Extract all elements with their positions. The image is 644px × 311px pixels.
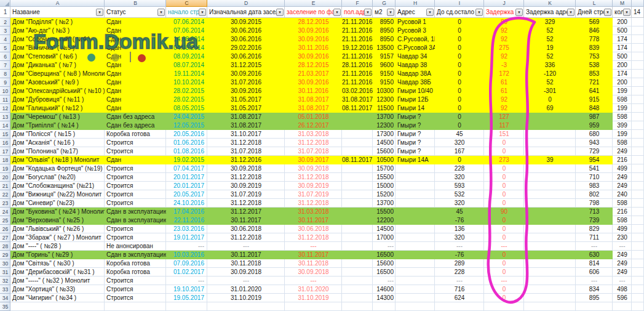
cell-E10[interactable]: 30.11.2016 (285, 87, 342, 95)
cell-J16[interactable]: 0 (484, 139, 524, 147)
cell-G3[interactable]: 8950 (373, 26, 396, 35)
cell-J14[interactable]: 117 (484, 121, 524, 130)
cell-G29[interactable]: 16500 (373, 251, 396, 259)
cell-C24[interactable]: 17.04.2016 (166, 208, 207, 216)
cell-M18[interactable]: 216 (613, 156, 632, 164)
column-letter-H[interactable]: H (396, 0, 435, 7)
cell-L10[interactable]: 641 (576, 87, 613, 95)
cell-K13[interactable] (524, 113, 576, 121)
cell-C31[interactable]: 01.02.2017 (166, 268, 207, 277)
cell-B11[interactable]: Сдан (105, 95, 166, 104)
cell-H34[interactable] (396, 294, 435, 302)
cell-C27[interactable]: 19.01.2017 (166, 233, 207, 242)
cell-J30[interactable]: 0 (484, 259, 524, 268)
cell-M21[interactable]: 249 (613, 182, 632, 190)
cell-H4[interactable]: С.Русовой, 1Б (396, 35, 435, 44)
cell-L16[interactable]: 943 (576, 139, 613, 147)
cell-J17[interactable]: 0 (484, 147, 524, 156)
cell-D3[interactable]: 30.06.2016 (207, 26, 285, 35)
cell-A8[interactable]: Дом "Сіверщина" ( №8 ) Монолит (10, 70, 105, 78)
cell-H21[interactable] (396, 182, 435, 190)
cell-J33[interactable]: 0 (484, 285, 524, 294)
cell-B25[interactable]: Сдан в эксплуатацию (105, 216, 166, 225)
cell-G9[interactable]: 9150 (373, 78, 396, 87)
cell-C10[interactable]: 28.02.2015 (166, 87, 207, 95)
filter-dropdown-icon-F[interactable]: ▼ (364, 9, 372, 16)
column-letter-F[interactable]: F (342, 0, 373, 7)
cell-J6[interactable]: 92 (484, 52, 524, 61)
row-number-6[interactable]: 6 (0, 52, 10, 61)
cell-E18[interactable]: 30.09.2017 (285, 156, 342, 164)
cell-M27[interactable]: 230 (613, 233, 632, 242)
cell-H25[interactable] (396, 216, 435, 225)
column-letter-J[interactable]: J (484, 0, 524, 7)
cell-K24[interactable] (524, 208, 576, 216)
cell-E24[interactable]: 31.03.2018 (285, 208, 342, 216)
row-number-32[interactable]: 32 (0, 277, 10, 285)
filter-dropdown-icon-L[interactable]: ▼ (604, 9, 611, 16)
cell-M17[interactable]: 249 (613, 147, 632, 156)
column-letter-G[interactable]: G (373, 0, 396, 7)
cell-D32[interactable]: --- (207, 277, 285, 285)
cell-M6[interactable]: 500 (613, 52, 632, 61)
cell-G17[interactable]: 15600 (373, 147, 396, 156)
cell-J24[interactable]: 90 (484, 208, 524, 216)
cell-F35[interactable] (342, 302, 373, 311)
cell-G5[interactable]: 13500 (373, 44, 396, 52)
cell-D26[interactable]: 30.06.2018 (207, 225, 285, 233)
cell-B9[interactable]: Сдан (105, 78, 166, 87)
cell-N34[interactable] (632, 294, 644, 302)
cell-K33[interactable] (524, 285, 576, 294)
cell-K20[interactable] (524, 173, 576, 182)
cell-M33[interactable]: 498 (613, 285, 632, 294)
cell-N17[interactable] (632, 147, 644, 156)
cell-J4[interactable]: 92 (484, 35, 524, 44)
cell-N12[interactable] (632, 104, 644, 113)
cell-G6[interactable]: 9157 (373, 52, 396, 61)
cell-D18[interactable]: 31.12.2016 (207, 156, 285, 164)
cell-J8[interactable]: 172 (484, 70, 524, 78)
cell-N8[interactable] (632, 70, 644, 78)
cell-B8[interactable]: Сдан (105, 70, 166, 78)
cell-A33[interactable]: Дом "Хортиця" ( №33) (10, 285, 105, 294)
row-number-33[interactable]: 33 (0, 285, 10, 294)
row-number-16[interactable]: 16 (0, 139, 10, 147)
cell-L22[interactable]: 802 (576, 190, 613, 199)
cell-L24[interactable]: 713 (576, 208, 613, 216)
cell-I15[interactable]: 45 (435, 130, 484, 139)
row-number-1[interactable]: 1 (0, 7, 10, 18)
cell-I18[interactable]: 0 (435, 156, 484, 164)
cell-K10[interactable]: -301 (524, 87, 576, 95)
cell-I28[interactable]: --- (435, 242, 484, 251)
cell-N20[interactable] (632, 173, 644, 182)
cell-I22[interactable]: 532 (435, 190, 484, 199)
cell-F26[interactable] (342, 225, 373, 233)
cell-H2[interactable]: Русовой 1 (396, 18, 435, 26)
cell-F32[interactable] (342, 277, 373, 285)
cell-F10[interactable]: 03.02.2016 (342, 87, 373, 95)
cell-N7[interactable] (632, 61, 644, 70)
cell-L28[interactable]: --- (576, 242, 613, 251)
cell-N11[interactable] (632, 95, 644, 104)
cell-H12[interactable]: Гмыри 14 (396, 104, 435, 113)
cell-E22[interactable]: 31.07.2019 (285, 190, 342, 199)
cell-B15[interactable]: Коробка готова (105, 130, 166, 139)
filter-dropdown-icon-G[interactable]: ▼ (387, 9, 394, 16)
cell-E30[interactable]: 30.11.2018 (285, 259, 342, 268)
cell-C16[interactable]: 01.06.2016 (166, 139, 207, 147)
cell-B18[interactable]: Сдан (105, 156, 166, 164)
cell-A23[interactable]: Дом "Синевир" (№23) (10, 199, 105, 208)
cell-J3[interactable]: 92 (484, 26, 524, 35)
cell-E26[interactable]: 30.06.2018 (285, 225, 342, 233)
cell-A2[interactable]: Дом "Поділля" ( №2 ) (10, 18, 105, 26)
cell-D27[interactable]: 31.12.2018 (207, 233, 285, 242)
cell-C19[interactable]: 07.04.2017 (166, 164, 207, 173)
cell-D25[interactable]: 30.11.2017 (207, 216, 285, 225)
cell-N31[interactable] (632, 268, 644, 277)
cell-B2[interactable]: Сдан (105, 18, 166, 26)
cell-L25[interactable]: 739 (576, 216, 613, 225)
cell-I33[interactable]: 716 (435, 285, 484, 294)
cell-E21[interactable]: 30.09.2019 (285, 182, 342, 190)
cell-B24[interactable]: Сдан в эксплуатацию (105, 208, 166, 216)
cell-D31[interactable]: 30.09.2018 (207, 268, 285, 277)
